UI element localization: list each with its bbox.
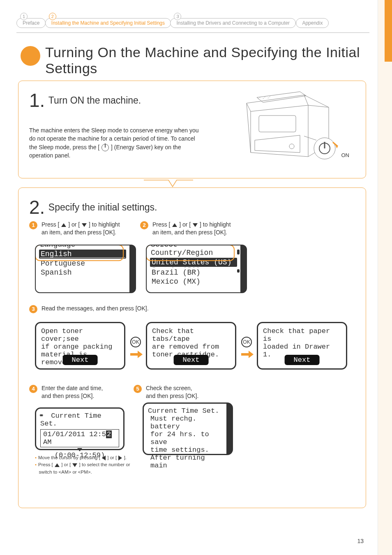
up-arrow-icon xyxy=(172,223,177,227)
step-heading: Specify the initial settings. xyxy=(48,202,157,213)
lcd-selected: United States (US) xyxy=(150,258,237,267)
time-set-box: Current Time Set. 01/01/2011 12:52 AM (0… xyxy=(35,407,125,450)
msg-line: are removed from xyxy=(152,343,230,351)
arrow-right-icon xyxy=(241,352,254,357)
step-heading: Turn ON the machine. xyxy=(48,95,141,106)
tab-label: Appendix xyxy=(302,20,323,26)
tab-appendix[interactable]: Appendix xyxy=(296,18,329,28)
right-arrow-icon xyxy=(118,456,122,460)
substep-text-a: Enter the date and time, xyxy=(42,385,103,391)
substep-bullet: 1 xyxy=(29,221,37,229)
tab-preface[interactable]: 1 Preface xyxy=(16,18,46,28)
down-arrow-icon xyxy=(77,448,82,451)
lcd-row: Brazil (BR) xyxy=(151,268,236,277)
msg-line: for 24 hrs. to save xyxy=(148,430,222,446)
message-box-2: Check that tabs/tape are removed from to… xyxy=(146,322,236,370)
step-connector xyxy=(144,178,193,188)
next-button[interactable]: Next xyxy=(174,355,209,365)
svg-point-1 xyxy=(289,144,294,149)
title-bullet-icon xyxy=(21,46,40,66)
tab-label: Installing the Drivers and Connecting to… xyxy=(176,20,289,26)
substep-bullet: 2 xyxy=(140,221,148,229)
scrollbar[interactable] xyxy=(229,407,231,451)
msg-line: Check that paper is xyxy=(263,327,341,343)
tab-label: Preface xyxy=(23,20,39,26)
substep-text-b: and then press [OK]. xyxy=(146,393,198,399)
cursor: 2 xyxy=(106,430,112,438)
tab-install[interactable]: 2 Installing the Machine and Specifying … xyxy=(45,18,171,28)
lcd-region: Select Country/Region United States (US)… xyxy=(146,245,247,293)
tab-drivers[interactable]: 3 Installing the Drivers and Connecting … xyxy=(170,18,295,28)
step-number: 1. xyxy=(29,89,45,111)
substep-text-b: and then press [OK]. xyxy=(42,393,94,399)
lcd-language: Language English French Portuguese Spani… xyxy=(35,245,136,293)
substep-1: 1 Press [ ] or [ ] to highlightan item, … xyxy=(29,221,128,236)
msg-line: if orange packing xyxy=(41,343,119,351)
scrollbar[interactable] xyxy=(237,249,240,289)
msg-line: Check that tabs/tape xyxy=(152,327,230,343)
energy-saver-icon xyxy=(101,144,109,151)
printer-illustration xyxy=(222,87,353,169)
time-value: 01/01/2011 12:52 AM xyxy=(40,429,119,447)
step-number: 2. xyxy=(29,196,45,218)
msg-line: After turning main xyxy=(148,454,222,469)
substep-5: 5 Check the screen, and then press [OK]. xyxy=(134,384,224,400)
substep-4: 4 Enter the date and time, and then pres… xyxy=(29,384,120,400)
page: 1 Preface 2 Installing the Machine and S… xyxy=(0,0,378,555)
time-title: Current Time Set. xyxy=(148,407,222,415)
tab-number: 3 xyxy=(174,13,181,20)
substep-bullet: 5 xyxy=(134,385,142,393)
left-arrow-icon xyxy=(102,456,106,460)
tab-label: Installing the Machine and Specifying In… xyxy=(51,20,165,26)
msg-line: Must rechg. battery xyxy=(148,415,222,430)
on-label: ON xyxy=(341,152,350,158)
svg-rect-0 xyxy=(259,116,296,132)
step-1-body: The machine enters the Sleep mode to con… xyxy=(29,126,202,160)
gear-icon xyxy=(40,413,47,419)
step-1-card: 1. Turn ON the machine. The machine ente… xyxy=(18,81,366,178)
section-edge-tab xyxy=(385,0,392,62)
message-box-3: Check that paper is loaded in Drawer 1. … xyxy=(257,322,347,370)
svg-line-5 xyxy=(304,136,316,140)
ok-badge: OK xyxy=(130,337,141,347)
message-box-1: Open toner cover;see if orange packing m… xyxy=(35,322,125,370)
breadcrumb-tabs: 1 Preface 2 Installing the Machine and S… xyxy=(16,18,369,35)
substep-bullet: 3 xyxy=(29,305,37,313)
page-number: 13 xyxy=(357,538,364,544)
page-title-block: Turning On the Machine and Specifying th… xyxy=(22,44,361,76)
next-button[interactable]: Next xyxy=(63,355,98,365)
up-arrow-icon xyxy=(55,463,60,467)
ok-badge: OK xyxy=(241,337,252,347)
next-button[interactable]: Next xyxy=(285,355,320,365)
down-arrow-icon xyxy=(82,223,87,227)
step-2-card: 2. Specify the initial settings. 1 Press… xyxy=(18,187,366,508)
tab-number: 1 xyxy=(20,13,28,20)
time-title: Current Time Set. xyxy=(40,412,101,428)
arrow-right-icon xyxy=(130,352,143,357)
msg-line: Open toner cover;see xyxy=(41,327,119,343)
down-arrow-icon xyxy=(72,463,77,467)
notes: •Move the cursor by pressing [ ] or [ ].… xyxy=(35,454,150,476)
lcd-row: Spanish xyxy=(40,268,125,277)
substep-3: 3 Read the messages, and then press [OK]… xyxy=(29,305,149,313)
time-info-box: Current Time Set. Must rechg. battery fo… xyxy=(143,402,233,455)
tab-number: 2 xyxy=(49,13,56,20)
substep-text: Read the messages, and then press [OK]. xyxy=(42,305,149,312)
lcd-title: Select Country/Region xyxy=(151,245,236,257)
message-row: Open toner cover;see if orange packing m… xyxy=(35,322,355,375)
lcd-row: Portuguese xyxy=(40,259,125,268)
substep-bullet: 4 xyxy=(29,385,37,393)
substep-2: 2 Press [ ] or [ ] to highlightan item, … xyxy=(140,221,239,236)
lcd-row: Mexico (MX) xyxy=(151,277,236,286)
page-title: Turning On the Machine and Specifying th… xyxy=(45,44,361,76)
lcd-title: Language xyxy=(40,245,125,249)
up-arrow-icon xyxy=(61,223,66,227)
substep-text-a: Check the screen, xyxy=(146,385,192,391)
msg-line: time settings. xyxy=(148,446,222,454)
down-arrow-icon xyxy=(193,223,198,227)
